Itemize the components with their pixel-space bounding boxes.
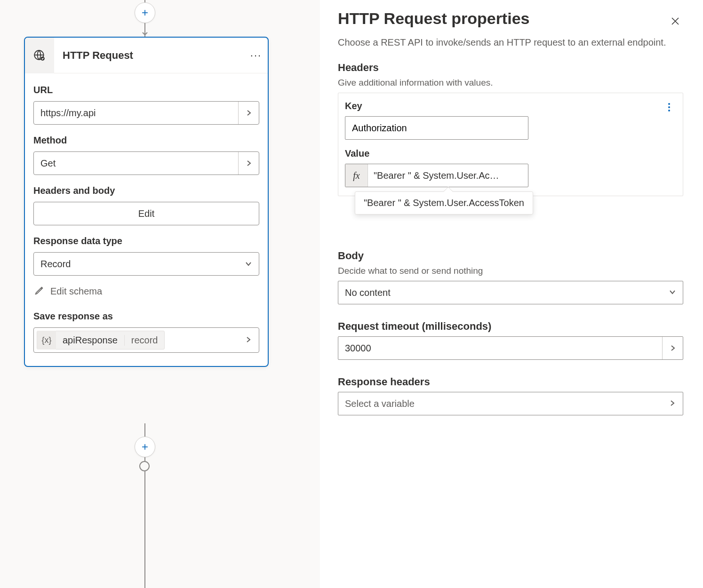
- method-value: Get: [34, 158, 238, 169]
- close-button[interactable]: [667, 13, 683, 32]
- headers-section-help: Give additional information with values.: [338, 78, 683, 88]
- card-title: HTTP Request: [54, 49, 244, 62]
- header-value-input[interactable]: fx "Bearer " & System.User.Ac… "Bearer "…: [345, 164, 528, 187]
- method-expand-button[interactable]: [238, 152, 259, 175]
- timeout-label: Request timeout (milliseconds): [338, 320, 683, 333]
- timeout-input[interactable]: 30000: [338, 336, 683, 360]
- timeout-value: 30000: [338, 343, 662, 354]
- card-body: URL https://my.api Method Get Headers an…: [25, 73, 268, 366]
- response-type-select[interactable]: Record: [33, 252, 259, 276]
- variable-expand-button[interactable]: [238, 335, 259, 345]
- chevron-down-icon[interactable]: [662, 288, 683, 298]
- url-value: https://my.api: [34, 108, 238, 119]
- variable-icon: {x}: [37, 331, 56, 350]
- response-type-label: Response data type: [33, 236, 259, 246]
- body-section-help: Decide what to send or send nothing: [338, 266, 683, 276]
- header-value-display: "Bearer " & System.User.Ac…: [368, 170, 528, 181]
- variable-name: apiResponse: [56, 335, 124, 346]
- url-expand-button[interactable]: [238, 102, 259, 124]
- response-headers-expand-button[interactable]: [662, 399, 683, 409]
- variable-type: record: [124, 335, 165, 346]
- properties-panel: HTTP Request properties Choose a REST AP…: [320, 0, 703, 588]
- edit-schema-label: Edit schema: [50, 286, 102, 297]
- http-request-card[interactable]: HTTP Request ··· URL https://my.api Meth…: [24, 37, 269, 367]
- body-content-value: No content: [338, 287, 662, 298]
- headers-editor: Key Value fx "Bearer " & System.User.Ac……: [338, 93, 683, 196]
- header-key-label: Key: [345, 101, 662, 111]
- arrow-down-icon: [141, 28, 149, 36]
- chevron-down-icon[interactable]: [238, 253, 259, 275]
- add-step-bottom-button[interactable]: +: [135, 437, 155, 457]
- flow-canvas: + HTTP Request ··· URL https://my.api: [0, 0, 320, 588]
- timeout-expand-button[interactable]: [662, 337, 683, 359]
- response-headers-select[interactable]: Select a variable: [338, 392, 683, 415]
- card-header: HTTP Request ···: [25, 38, 268, 73]
- edit-schema-link[interactable]: Edit schema: [33, 282, 259, 301]
- add-step-top-button[interactable]: +: [135, 2, 155, 23]
- url-input[interactable]: https://my.api: [33, 101, 259, 125]
- fx-icon: fx: [345, 164, 368, 187]
- header-key-input[interactable]: [345, 116, 528, 140]
- panel-title: HTTP Request properties: [338, 9, 529, 28]
- headers-body-label: Headers and body: [33, 185, 259, 196]
- response-headers-placeholder: Select a variable: [338, 398, 662, 409]
- url-label: URL: [33, 85, 259, 95]
- response-headers-label: Response headers: [338, 376, 683, 388]
- headers-section-title: Headers: [338, 62, 683, 74]
- edit-headers-body-button[interactable]: Edit: [33, 202, 259, 225]
- method-input[interactable]: Get: [33, 151, 259, 175]
- variable-chip[interactable]: {x} apiResponse record: [37, 331, 165, 350]
- globe-icon: [25, 38, 54, 73]
- save-as-label: Save response as: [33, 311, 259, 322]
- loop-node-icon: [139, 461, 150, 471]
- save-as-variable-input[interactable]: {x} apiResponse record: [33, 327, 259, 353]
- pencil-icon: [34, 285, 45, 298]
- method-label: Method: [33, 135, 259, 146]
- header-item-menu[interactable]: [662, 103, 676, 111]
- header-value-label: Value: [345, 148, 676, 159]
- body-section-title: Body: [338, 250, 683, 262]
- body-content-select[interactable]: No content: [338, 281, 683, 304]
- formula-tooltip: "Bearer " & System.User.AccessToken: [355, 191, 533, 215]
- card-more-menu[interactable]: ···: [244, 49, 268, 62]
- response-type-value: Record: [34, 259, 238, 270]
- panel-description: Choose a REST API to invoke/sends an HTT…: [338, 35, 683, 49]
